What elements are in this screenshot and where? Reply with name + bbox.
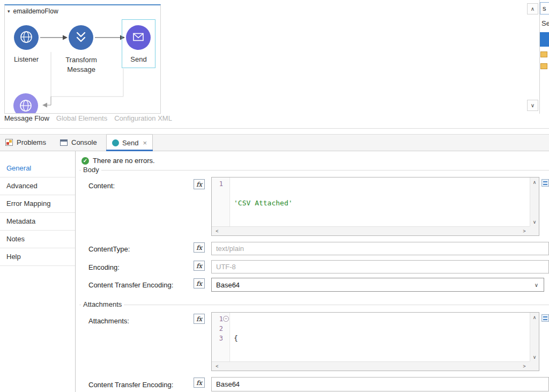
- body-group-label: Body: [81, 166, 101, 174]
- encoding-fx-button[interactable]: fx: [194, 261, 205, 271]
- scroll-right-icon[interactable]: >: [521, 227, 528, 235]
- scroll-left-icon[interactable]: <: [213, 227, 221, 235]
- send-connector-icon: [112, 139, 119, 146]
- tab-problems-label: Problems: [17, 138, 46, 146]
- content-code-editor[interactable]: 1 'CSV Attached' ∧ ∨ < >: [211, 177, 539, 236]
- status-text: There are no errors.: [93, 157, 155, 165]
- editor-vertical-scrollbar[interactable]: ∧ ∨: [530, 313, 539, 361]
- canvas-tab-message-flow[interactable]: Message Flow: [4, 114, 49, 122]
- scroll-up-icon[interactable]: ∧: [530, 178, 539, 186]
- body-group-border: [79, 170, 549, 171]
- code-line: 'CSV Attached': [234, 198, 530, 208]
- node-label-transform-message: Transform Message: [55, 55, 107, 75]
- content-transfer-encoding-fx-button-2[interactable]: fx: [194, 378, 205, 388]
- tab-send[interactable]: Send ×: [106, 134, 153, 151]
- contenttype-label: ContentType:: [88, 245, 130, 253]
- properties-sidebar: General Advanced Error Mapping Metadata …: [0, 151, 76, 392]
- encoding-label: Encoding:: [88, 263, 120, 271]
- code-fold-icon[interactable]: −: [223, 316, 229, 322]
- node-label-send: Send: [123, 55, 154, 63]
- code-line: {: [234, 334, 530, 343]
- scroll-right-icon[interactable]: >: [521, 362, 528, 371]
- status-row: ✓ There are no errors.: [81, 157, 155, 165]
- line-number: 2: [212, 324, 229, 334]
- encoding-input[interactable]: [211, 260, 549, 273]
- scroll-down-icon[interactable]: ∨: [530, 218, 539, 226]
- scroll-left-icon[interactable]: <: [213, 362, 221, 371]
- content-fx-button[interactable]: fx: [194, 179, 205, 189]
- folder-icon: [540, 51, 547, 57]
- canvas-tab-configuration-xml[interactable]: Configuration XML: [114, 114, 172, 122]
- canvas-tab-global-elements[interactable]: Global Elements: [56, 114, 107, 122]
- collapse-flow-icon[interactable]: ▾: [8, 9, 10, 14]
- transform-message-node[interactable]: [69, 25, 93, 50]
- attachments-group-border: [79, 305, 549, 305]
- chevron-down-icon[interactable]: ∨: [535, 282, 538, 288]
- tab-console[interactable]: Console: [56, 134, 101, 151]
- canvas-tab-bar: Message Flow Global Elements Configurati…: [4, 114, 172, 122]
- palette-search-input[interactable]: [540, 2, 549, 14]
- palette-label-fragment: Se: [541, 19, 549, 27]
- content-transfer-encoding-combo[interactable]: Base64 ∨: [211, 278, 544, 292]
- sidebar-item-help[interactable]: Help: [0, 248, 75, 266]
- no-errors-check-icon: ✓: [81, 157, 89, 165]
- open-dataweave-editor-icon[interactable]: [541, 179, 549, 187]
- editor-vertical-scrollbar[interactable]: ∧ ∨: [530, 177, 539, 226]
- code-area[interactable]: { 'sampleFile' : payload }: [231, 313, 530, 361]
- content-transfer-encoding-fx-button[interactable]: fx: [194, 278, 205, 289]
- scroll-up-icon[interactable]: ∧: [530, 313, 539, 321]
- attachments-label: Attachments:: [88, 317, 129, 325]
- transform-icon: [74, 30, 88, 46]
- attachments-group-label: Attachments: [81, 300, 124, 308]
- palette-selected-item[interactable]: [540, 32, 549, 47]
- scroll-down-icon[interactable]: ∨: [530, 353, 539, 361]
- brace-token: {: [234, 334, 238, 342]
- globe-icon: [13, 93, 38, 113]
- attachments-code-editor[interactable]: 1 2 3 − { 'sampleFile' : payload } ∧ ∨ <…: [211, 312, 539, 371]
- console-icon: [60, 139, 68, 146]
- flow-header: ▾ emaildemoFlow: [8, 8, 58, 15]
- line-numbers: 1: [212, 177, 230, 226]
- editor-horizontal-scrollbar[interactable]: < >: [212, 361, 530, 371]
- send-node[interactable]: [126, 25, 151, 50]
- palette-item[interactable]: [540, 51, 547, 57]
- string-token: 'CSV Attached': [234, 199, 293, 207]
- line-number: 3: [212, 334, 229, 343]
- node-label-listener: Listener: [5, 55, 47, 63]
- envelope-icon: [131, 30, 145, 46]
- folder-icon: [540, 63, 547, 69]
- canvas-bottom-divider: [0, 128, 549, 129]
- scrollbar-corner: [530, 226, 539, 235]
- sidebar-item-error-mapping[interactable]: Error Mapping: [0, 195, 75, 213]
- listener-node[interactable]: [14, 25, 39, 50]
- sidebar-item-notes[interactable]: Notes: [0, 231, 75, 248]
- line-numbers: 1 2 3 −: [212, 313, 230, 361]
- editor-horizontal-scrollbar[interactable]: < >: [212, 226, 530, 235]
- code-area[interactable]: 'CSV Attached': [231, 177, 530, 226]
- sidebar-item-advanced[interactable]: Advanced: [0, 177, 75, 195]
- contenttype-fx-button[interactable]: fx: [194, 242, 205, 253]
- canvas-scroll-down-button[interactable]: ∨: [527, 100, 538, 111]
- tab-console-label: Console: [71, 138, 97, 146]
- attachments-fx-button[interactable]: fx: [194, 314, 205, 324]
- canvas-right-divider: [539, 0, 540, 114]
- content-transfer-encoding-label-2: Content Transfer Encoding:: [88, 381, 173, 389]
- line-number: 1: [212, 179, 229, 189]
- tab-send-label: Send: [122, 139, 138, 147]
- scrollbar-corner: [530, 361, 539, 371]
- canvas-scroll-up-button[interactable]: ∧: [527, 3, 538, 14]
- tab-problems[interactable]: Problems: [1, 134, 50, 151]
- sidebar-item-metadata[interactable]: Metadata: [0, 213, 75, 231]
- problems-icon: [5, 139, 13, 146]
- combo-value: Base64: [216, 281, 535, 289]
- anypoint-studio-window: ▾ emaildemoFlow Listener Transform Messa…: [0, 0, 549, 392]
- sidebar-item-general[interactable]: General: [0, 160, 75, 177]
- open-dataweave-editor-icon[interactable]: [541, 314, 549, 322]
- content-transfer-encoding-input-2[interactable]: [211, 377, 549, 391]
- content-transfer-encoding-label: Content Transfer Encoding:: [88, 281, 173, 289]
- palette-item[interactable]: [540, 63, 547, 69]
- contenttype-input[interactable]: [211, 242, 549, 255]
- next-flow-node-partial[interactable]: [13, 93, 39, 113]
- close-tab-icon[interactable]: ×: [143, 139, 147, 147]
- globe-icon: [19, 30, 33, 46]
